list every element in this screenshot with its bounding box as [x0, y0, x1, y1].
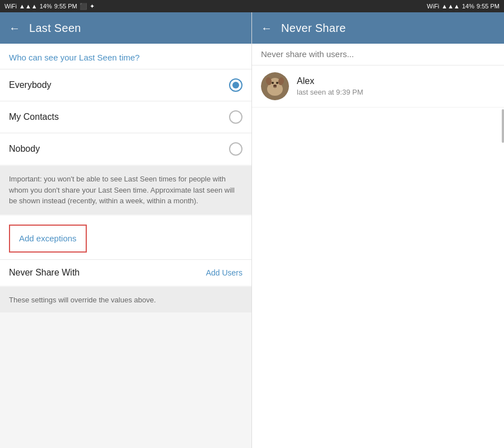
option-nobody-label: Nobody — [9, 144, 40, 154]
info-text: Important: you won't be able to see Last… — [9, 175, 235, 205]
left-panel: ← Last Seen Who can see your Last Seen t… — [0, 12, 252, 448]
add-exceptions-label[interactable]: Add exceptions — [19, 234, 77, 243]
radio-nobody[interactable] — [229, 142, 242, 156]
contact-name: Alex — [297, 76, 363, 86]
left-back-button[interactable]: ← — [9, 22, 20, 35]
option-everybody-label: Everybody — [9, 80, 52, 90]
option-everybody[interactable]: Everybody — [0, 69, 251, 101]
radio-everybody-inner — [232, 82, 239, 88]
contact-list: Alex last seen at 9:39 PM — [252, 66, 504, 108]
info-box: Important: you won't be able to see Last… — [0, 166, 251, 214]
never-share-with-label: Never Share With — [9, 268, 80, 278]
battery-left: 14% — [40, 3, 52, 10]
right-panel: ← Never Share — [252, 12, 504, 448]
add-exceptions-box[interactable]: Add exceptions — [9, 225, 87, 253]
right-back-button[interactable]: ← — [261, 22, 272, 35]
contact-info: Alex last seen at 9:39 PM — [297, 76, 363, 96]
signal-icon-left: ▲▲▲ — [19, 3, 38, 10]
add-exceptions-wrapper: Add exceptions — [0, 216, 251, 259]
right-panel-inner: Alex last seen at 9:39 PM — [252, 66, 504, 448]
main-content: ← Last Seen Who can see your Last Seen t… — [0, 12, 504, 448]
svg-point-6 — [276, 82, 278, 84]
scrollbar[interactable] — [502, 109, 504, 143]
wifi-icon-right: WiFi — [427, 3, 439, 10]
svg-point-5 — [272, 82, 274, 84]
never-share-row: Never Share With Add Users — [0, 259, 251, 286]
status-bar: WiFi ▲▲▲ 14% 9:55 PM ⬛ ✦ WiFi ▲▲▲ 14% 9:… — [0, 0, 504, 12]
battery-right: 14% — [462, 3, 474, 10]
status-bar-right: WiFi ▲▲▲ 14% 9:55 PM — [427, 3, 500, 10]
left-panel-title: Last Seen — [29, 22, 81, 35]
signal-icon-right: ▲▲▲ — [441, 3, 460, 10]
radio-everybody[interactable] — [229, 78, 242, 92]
avatar — [261, 72, 289, 100]
override-text: These settings will override the values … — [9, 296, 156, 304]
svg-point-7 — [273, 85, 277, 87]
option-mycontacts[interactable]: My Contacts — [0, 101, 251, 133]
search-bar — [252, 44, 504, 66]
right-panel-title: Never Share — [281, 22, 346, 35]
right-panel-header: ← Never Share — [252, 12, 504, 44]
left-body: Who can see your Last Seen time? Everybo… — [0, 44, 251, 448]
time-right: 9:55 PM — [477, 3, 500, 10]
avatar-image — [261, 72, 289, 100]
add-users-button[interactable]: Add Users — [206, 268, 242, 277]
left-panel-header: ← Last Seen — [0, 12, 251, 44]
option-nobody[interactable]: Nobody — [0, 133, 251, 165]
radio-mycontacts[interactable] — [229, 110, 242, 124]
override-box: These settings will override the values … — [0, 287, 251, 312]
option-mycontacts-label: My Contacts — [9, 112, 59, 122]
section-title: Who can see your Last Seen time? — [0, 44, 251, 69]
time-left: 9:55 PM — [54, 3, 77, 10]
notification-icon: ⬛ — [80, 3, 87, 10]
list-item: Alex last seen at 9:39 PM — [252, 66, 504, 108]
status-bar-left: WiFi ▲▲▲ 14% 9:55 PM ⬛ ✦ — [4, 3, 95, 10]
search-input[interactable] — [261, 49, 495, 59]
exceptions-section: Add exceptions Never Share With Add User… — [0, 216, 251, 286]
wifi-icon-left: WiFi — [4, 3, 17, 10]
dropbox-icon: ✦ — [90, 3, 95, 10]
contact-status: last seen at 9:39 PM — [297, 88, 363, 96]
